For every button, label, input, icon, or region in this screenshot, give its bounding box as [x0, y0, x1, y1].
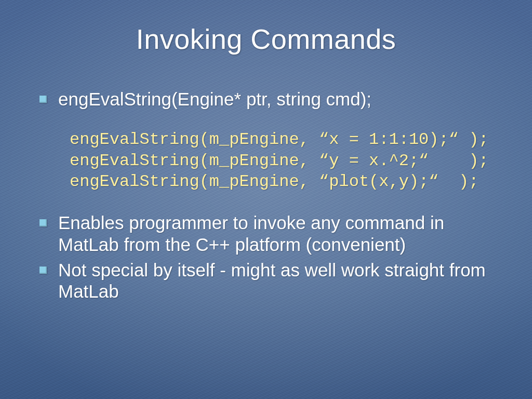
slide: Invoking Commands engEvalString(Engine* … — [0, 0, 532, 399]
bullet-list: engEvalString(Engine* ptr, string cmd); — [35, 88, 506, 110]
bullet-item-2: Enables programmer to invoke any command… — [35, 212, 506, 255]
spacer — [35, 114, 506, 129]
code-line-3: engEvalString(m_pEngine, “plot(x,y);“ ); — [70, 172, 478, 191]
spacer — [35, 192, 506, 212]
bullet-text-1: engEvalString(Engine* ptr, string cmd); — [58, 89, 371, 109]
slide-title: Invoking Commands — [0, 23, 532, 55]
code-block: engEvalString(m_pEngine, “x = 1:1:10);“ … — [70, 129, 506, 192]
bullet-list-2: Enables programmer to invoke any command… — [35, 212, 506, 302]
code-line-1: engEvalString(m_pEngine, “x = 1:1:10);“ … — [70, 130, 489, 149]
slide-body: engEvalString(Engine* ptr, string cmd); … — [35, 88, 506, 306]
bullet-item-3: Not special by itself - might as well wo… — [35, 259, 506, 302]
bullet-item-1: engEvalString(Engine* ptr, string cmd); — [35, 88, 506, 110]
bullet-text-3: Not special by itself - might as well wo… — [58, 260, 486, 301]
code-line-2: engEvalString(m_pEngine, “y = x.^2;“ ); — [70, 151, 489, 170]
bullet-text-2: Enables programmer to invoke any command… — [58, 212, 444, 254]
